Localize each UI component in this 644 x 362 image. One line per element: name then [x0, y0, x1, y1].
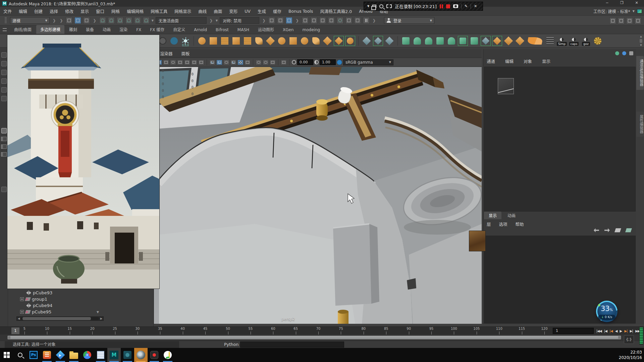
render-settings-icon[interactable] — [328, 17, 335, 24]
layer-menu-options[interactable]: 选项 — [499, 221, 507, 227]
toggle-ui-elements-icon[interactable] — [635, 17, 641, 24]
color-transform-dropdown[interactable]: sRGB gamma ▼ — [343, 59, 393, 65]
resolution-gate-icon[interactable] — [170, 60, 176, 65]
color-management-icon[interactable] — [337, 60, 342, 65]
taskbar-search-button[interactable] — [13, 348, 27, 362]
go-to-start-button[interactable]: |◀◀ — [596, 329, 602, 333]
panel-menu-panels[interactable]: 面板 — [181, 50, 190, 57]
tab-attribute-editor[interactable]: 属性编辑器 — [636, 112, 644, 137]
shadows-icon[interactable] — [256, 60, 262, 65]
scroll-thumb[interactable] — [640, 39, 642, 43]
menu-windows[interactable]: 窗口 — [96, 8, 104, 14]
scroll-thumb[interactable] — [22, 317, 91, 320]
shelf-uv-cut-sew-icon[interactable] — [481, 36, 491, 46]
step-back-frame-button[interactable]: |◀ — [604, 329, 607, 333]
viewport-canvas[interactable]: 0 0 0 0 0 0 0 0 0 persp2 — [154, 67, 482, 323]
start-button[interactable] — [0, 348, 13, 362]
shelf-nurbs-diamond-icon[interactable] — [492, 36, 502, 46]
section-expander-icon[interactable]: ❯ — [294, 18, 300, 23]
construction-history-icon[interactable] — [286, 17, 292, 24]
channel-menu-channels[interactable]: 通道 — [487, 58, 495, 64]
shelf-sphere-brackets-icon[interactable] — [345, 36, 355, 46]
chevron-down-icon[interactable]: ▼ — [152, 19, 154, 22]
shelf-script-caps-button[interactable]: caps — [569, 36, 579, 46]
workspace-layout-icon[interactable] — [637, 9, 642, 13]
shelf-poly-sphere-icon[interactable] — [197, 36, 207, 46]
shelf-uv-editor-icon[interactable] — [458, 36, 468, 46]
pause-viewport-icon[interactable] — [363, 17, 370, 24]
menu-set-dropdown[interactable]: 建模 ▼ — [10, 17, 50, 24]
menu-file[interactable]: 文件 — [3, 8, 12, 14]
taskbar-active-recorder-app[interactable] — [134, 348, 148, 362]
ipr-render-icon[interactable] — [319, 17, 326, 24]
close-button[interactable]: ✕ — [629, 0, 644, 7]
exposure-field[interactable]: 0.00 — [297, 59, 313, 65]
shelf-star-icon[interactable] — [593, 36, 603, 46]
chevron-down-icon[interactable]: ▼ — [633, 10, 635, 13]
menu-fengqingyang-toolbox[interactable]: 风清杨工具箱2.0 — [320, 8, 352, 14]
shelf-arc-tool-icon[interactable] — [526, 36, 544, 46]
menu-mesh-display[interactable]: 网格显示 — [174, 8, 191, 14]
texture-thumbnail[interactable] — [469, 231, 486, 251]
lasso-tool-icon[interactable] — [1, 61, 7, 66]
shelf-uv-unfold-icon[interactable] — [469, 36, 479, 46]
person-icon[interactable] — [615, 51, 619, 55]
menu-deform[interactable]: 变形 — [229, 8, 237, 14]
shaded-mode-icon[interactable] — [216, 60, 222, 65]
move-tool-icon[interactable] — [1, 78, 7, 84]
create-layer-from-selected-icon[interactable] — [625, 228, 632, 232]
shelf-uv-contour-icon[interactable] — [446, 36, 457, 46]
panel-menu-renderer[interactable]: 渲染器 — [160, 50, 173, 57]
channel-menu-object[interactable]: 对象 — [524, 58, 532, 64]
render-current-frame-icon[interactable] — [311, 17, 317, 24]
scroll-right-icon[interactable]: ▶ — [99, 317, 103, 320]
shelf-tab-curves-surfaces[interactable]: 曲线/曲面 — [10, 25, 36, 34]
channel-box-area[interactable] — [484, 67, 636, 212]
history-input-icon[interactable] — [268, 17, 275, 24]
shelf-bridge-icon[interactable] — [288, 36, 298, 46]
shelf-multicut-icon[interactable] — [373, 36, 383, 46]
select-object-icon[interactable] — [74, 17, 81, 24]
active-surface-field[interactable]: 无激活曲面 — [156, 17, 207, 24]
shelf-tab-custom[interactable]: 自定义 — [169, 25, 189, 34]
recorder-dropdown-icon[interactable]: ▼ — [367, 5, 369, 8]
section-expander-icon[interactable]: ❯ — [92, 18, 97, 23]
paint-select-tool-icon[interactable] — [1, 70, 7, 75]
taskbar-photoshop[interactable]: Ps — [27, 348, 40, 362]
minimize-button[interactable]: ─ — [600, 0, 614, 7]
menu-surfaces[interactable]: 曲面 — [214, 8, 222, 14]
shelf-reset-transform-icon[interactable]: 0,0,0 — [180, 36, 191, 46]
layout-four-pane-icon[interactable] — [1, 152, 7, 157]
globe-icon[interactable] — [622, 51, 626, 55]
layer-menu-layers[interactable]: 层 — [487, 221, 491, 227]
shelf-tab-modeing[interactable]: modeing — [299, 26, 324, 34]
shelf-extrude-icon[interactable] — [254, 36, 264, 46]
shelf-mirror-icon[interactable] — [220, 36, 230, 46]
snap-view-plane-icon[interactable] — [134, 17, 141, 24]
shelf-circularize-icon[interactable] — [300, 36, 310, 46]
wireframe-mode-icon[interactable] — [209, 60, 215, 65]
current-frame-marker[interactable]: 1 — [11, 327, 19, 334]
shelf-smooth-icon[interactable] — [322, 36, 332, 46]
outliner-row-pcube95[interactable]: pCube95 — [8, 309, 153, 315]
safe-action-icon[interactable] — [191, 60, 197, 65]
gate-mask-icon[interactable] — [177, 60, 183, 65]
shelf-poly-plane-icon[interactable] — [231, 36, 241, 46]
isolate-select-icon[interactable] — [281, 60, 287, 65]
recorder-window-icon[interactable] — [372, 5, 376, 8]
menu-mesh-tools[interactable]: 网格工具 — [151, 8, 167, 14]
shelf-tab-fx-caching[interactable]: FX 缓存 — [146, 25, 168, 34]
expand-icon[interactable] — [20, 297, 24, 301]
range-slider[interactable] — [7, 336, 621, 340]
shelf-tab-motion-graphics[interactable]: 运动图形 — [254, 25, 278, 34]
render-view-icon[interactable] — [302, 17, 309, 24]
sign-in-dropdown[interactable]: 登录 ▼ — [384, 17, 434, 24]
network-monitor-ball[interactable]: 33% ↓ 0 K/s — [596, 301, 618, 322]
hypershade-icon[interactable] — [337, 17, 343, 24]
chevron-down-icon[interactable]: ▼ — [216, 19, 218, 22]
section-expander-icon[interactable]: ❯ — [372, 18, 377, 23]
command-line-input[interactable] — [240, 342, 344, 348]
render-sequence-icon[interactable] — [345, 17, 352, 24]
shelf-subdiv-icon[interactable] — [243, 36, 253, 46]
move-layer-up-icon[interactable] — [594, 228, 599, 232]
